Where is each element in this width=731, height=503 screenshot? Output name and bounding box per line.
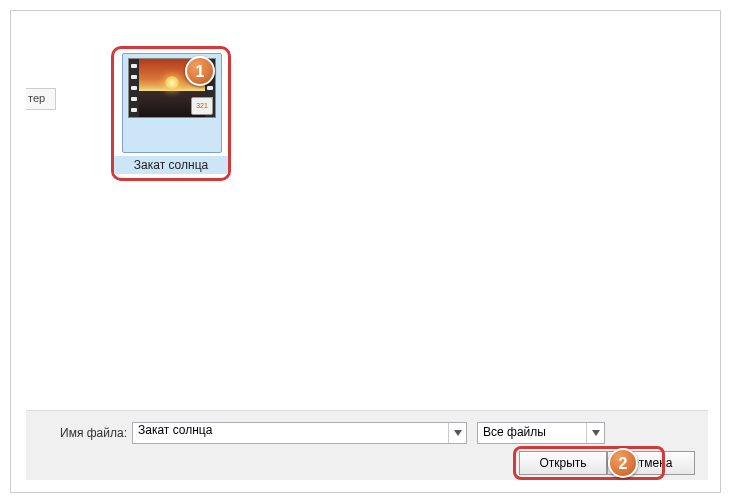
filename-row: Имя файла: Закат солнца Все файлы [26, 421, 708, 445]
filetype-dropdown-arrow[interactable] [586, 423, 604, 443]
button-row: Открыть Отмена [26, 451, 708, 475]
open-button-label: Открыть [539, 456, 586, 470]
badge-text: 321 [196, 102, 208, 109]
bottom-panel: Имя файла: Закат солнца Все файлы Открыт… [26, 410, 708, 480]
chevron-down-icon [454, 430, 462, 436]
annotation-callout-1: 1 [185, 56, 215, 86]
mpc-player-badge-icon: 321 [191, 97, 213, 115]
filename-input-value: Закат солнца [138, 423, 212, 437]
annotation-callout-2: 2 [608, 448, 638, 478]
sidebar-item-label: тер [28, 92, 45, 104]
filename-dropdown-arrow[interactable] [448, 423, 466, 443]
callout-number: 1 [196, 63, 205, 80]
file-list-area[interactable]: тер 321 Зака [26, 26, 708, 411]
open-button[interactable]: Открыть [519, 451, 607, 475]
callout-number: 2 [619, 455, 628, 472]
chevron-down-icon [592, 430, 600, 436]
filename-label: Имя файла: [60, 426, 132, 440]
dialog-frame: тер 321 Зака [10, 10, 721, 493]
sunset-sun [165, 76, 179, 90]
filetype-combo-value: Все файлы [483, 425, 546, 439]
film-strip-left [129, 59, 139, 117]
filetype-combo[interactable]: Все файлы [477, 422, 605, 444]
file-item-label: Закат солнца [114, 156, 228, 174]
filename-input[interactable]: Закат солнца [132, 422, 467, 444]
sidebar-item-truncated[interactable]: тер [26, 88, 56, 110]
